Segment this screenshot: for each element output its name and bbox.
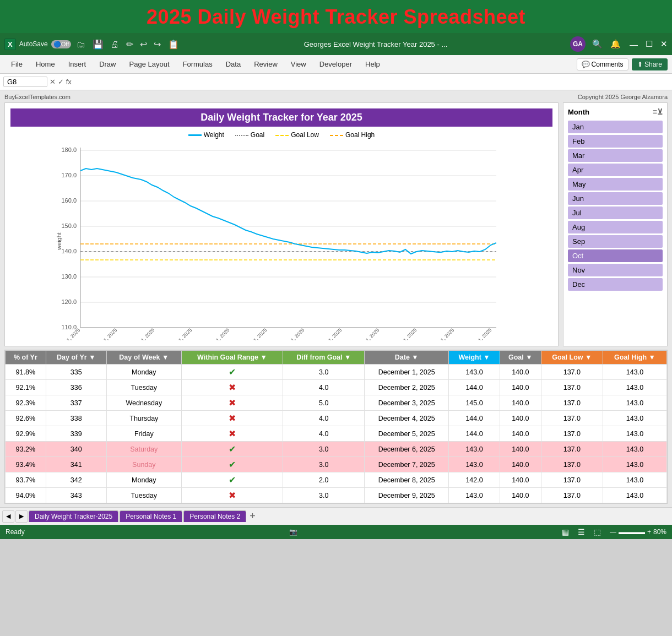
month-panel-header: Month ≡⊻ [568, 107, 663, 116]
bell-icon[interactable]: 🔔 [610, 39, 621, 49]
tab-draw[interactable]: Draw [93, 58, 122, 70]
tab-file[interactable]: File [4, 58, 29, 70]
svg-text:weight: weight [56, 232, 62, 251]
col-within-goal[interactable]: Within Goal Range ▼ [181, 351, 283, 365]
month-sep[interactable]: Sep [568, 235, 663, 248]
check-icon: ✔ [229, 367, 236, 377]
tab-home[interactable]: Home [29, 58, 62, 70]
cross-icon: ✖ [229, 383, 236, 392]
col-day-week[interactable]: Day of Week ▼ [106, 351, 181, 365]
table-row: 92.6% 338 Thursday ✖ 4.0 December 4, 202… [6, 411, 667, 426]
cell-weight: 144.0 [449, 380, 500, 395]
cell-goal-high: 143.0 [603, 380, 666, 395]
cell-goal-low: 137.0 [541, 411, 603, 426]
cross-icon: ✖ [229, 398, 236, 407]
month-filter-icons[interactable]: ≡⊻ [653, 107, 663, 116]
check-icon: ✔ [229, 475, 236, 485]
col-weight[interactable]: Weight ▼ [449, 351, 500, 365]
cell-reference-input[interactable] [3, 77, 47, 87]
svg-text:March 1, 2025: March 1, 2025 [129, 327, 156, 340]
month-apr[interactable]: Apr [568, 164, 663, 176]
col-pct-yr[interactable]: % of Yr [6, 351, 46, 365]
share-button[interactable]: ⬆ Share [632, 58, 668, 70]
tab-insert[interactable]: Insert [62, 58, 93, 70]
cell-dow: Tuesday [106, 488, 181, 503]
cell-day-yr: 341 [46, 457, 106, 472]
comments-button[interactable]: 💬 Comments [577, 58, 628, 70]
month-jan[interactable]: Jan [568, 121, 663, 133]
table-header: % of Yr Day of Yr ▼ Day of Week ▼ Within… [6, 351, 667, 365]
cell-goal-high: 143.0 [603, 426, 666, 442]
tab-help[interactable]: Help [359, 58, 387, 70]
legend-goal-low-line [275, 135, 289, 136]
col-day-yr[interactable]: Day of Yr ▼ [46, 351, 106, 365]
cell-goal-low: 137.0 [541, 380, 603, 395]
tab-daily-tracker[interactable]: Daily Weight Tracker-2025 [29, 510, 118, 522]
copyright-left: BuyExcelTemplates.com [4, 94, 71, 100]
fx-label: fx [66, 78, 72, 86]
month-aug[interactable]: Aug [568, 221, 663, 233]
tab-view[interactable]: View [284, 58, 313, 70]
month-mar[interactable]: Mar [568, 149, 663, 162]
legend-goal-label: Goal [251, 131, 264, 139]
formula-input[interactable] [74, 78, 669, 86]
table-row: 93.7% 342 Monday ✔ 2.0 December 8, 2025 … [6, 472, 667, 488]
svg-text:160.0: 160.0 [61, 197, 77, 204]
tab-review[interactable]: Review [247, 58, 284, 70]
month-may[interactable]: May [568, 178, 663, 191]
cell-weight: 144.0 [449, 411, 500, 426]
col-goal-high[interactable]: Goal High ▼ [603, 351, 666, 365]
share-icon: ⬆ [637, 61, 643, 68]
cell-within: ✖ [181, 380, 283, 395]
cell-day-yr: 337 [46, 395, 106, 411]
close-button[interactable]: ✕ [660, 39, 668, 49]
col-goal[interactable]: Goal ▼ [500, 351, 541, 365]
month-feb[interactable]: Feb [568, 135, 663, 148]
cell-goal-low: 137.0 [541, 395, 603, 411]
cell-goal-low: 137.0 [541, 365, 603, 380]
zoom-out-btn[interactable]: — [610, 528, 616, 536]
autosave-toggle[interactable]: 🔵 Off [51, 40, 71, 48]
user-avatar: GA [570, 36, 586, 52]
tab-data[interactable]: Data [219, 58, 247, 70]
tab-pagelayout[interactable]: Page Layout [123, 58, 176, 70]
col-date[interactable]: Date ▼ [365, 351, 449, 365]
month-jun[interactable]: Jun [568, 192, 663, 205]
month-oct[interactable]: Oct [568, 249, 663, 262]
tab-nav-right[interactable]: ▶ [15, 510, 28, 523]
col-diff-goal[interactable]: Diff from Goal ▼ [283, 351, 365, 365]
cell-day-yr: 335 [46, 365, 106, 380]
legend-weight-line [188, 134, 202, 136]
month-nov[interactable]: Nov [568, 264, 663, 276]
cell-weight: 144.0 [449, 426, 500, 442]
col-goal-low[interactable]: Goal Low ▼ [541, 351, 603, 365]
tab-formulas[interactable]: Formulas [176, 58, 219, 70]
zoom-in-btn[interactable]: + [647, 528, 651, 536]
month-jul[interactable]: Jul [568, 206, 663, 219]
search-icon[interactable]: 🔍 [592, 39, 603, 49]
tab-developer[interactable]: Developer [313, 58, 359, 70]
cell-pct: 93.2% [6, 442, 46, 457]
cell-date: December 5, 2025 [365, 426, 449, 442]
restore-button[interactable]: ☐ [646, 39, 653, 49]
tab-personal-notes-1[interactable]: Personal Notes 1 [120, 510, 182, 522]
tab-nav-left[interactable]: ◀ [2, 510, 14, 523]
svg-text:August 1, 2025: August 1, 2025 [316, 327, 343, 340]
zoom-slider[interactable]: ▬▬▬▬ [619, 528, 645, 536]
svg-text:July 1, 2025: July 1, 2025 [283, 327, 305, 340]
minimize-button[interactable]: — [630, 40, 638, 49]
title-banner: 2025 Daily Weight Tracker Spreadsheet [0, 0, 672, 33]
table-body: 91.8% 335 Monday ✔ 3.0 December 1, 2025 … [6, 365, 667, 503]
status-ready: Ready [6, 528, 25, 536]
cell-goal-low: 137.0 [541, 426, 603, 442]
tab-personal-notes-2[interactable]: Personal Notes 2 [183, 510, 246, 522]
cell-day-yr: 340 [46, 442, 106, 457]
tab-add-button[interactable]: + [247, 510, 258, 522]
view-icons[interactable]: ▦ ☰ ⬚ [562, 528, 604, 536]
cell-goal-low: 137.0 [541, 472, 603, 488]
check-icon: ✔ [229, 444, 236, 454]
cell-date: December 1, 2025 [365, 365, 449, 380]
toolbar-icons[interactable]: 🗂 💾 🖨 ✏ ↩ ↪ 📋 [77, 39, 181, 50]
month-dec[interactable]: Dec [568, 278, 663, 291]
cell-goal: 140.0 [500, 395, 541, 411]
